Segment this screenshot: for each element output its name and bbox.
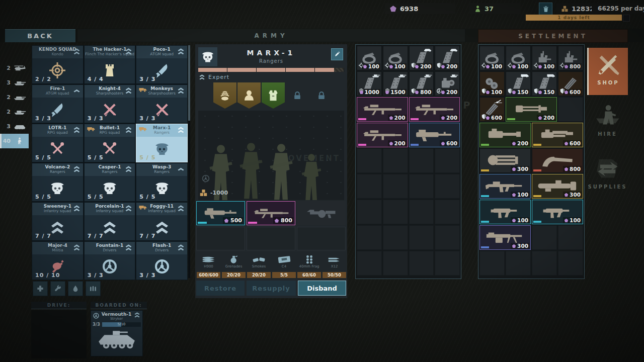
sidebar-filter-item[interactable]: 3 xyxy=(0,119,29,134)
squad-card[interactable]: Poco-1 ATGM squad 3 / 3 xyxy=(136,45,188,84)
supplies-button[interactable]: SUPPLIES xyxy=(587,155,628,190)
storage-item[interactable]: 200 xyxy=(409,97,460,122)
storage-empty-slot[interactable] xyxy=(532,251,557,276)
storage-empty-slot[interactable] xyxy=(506,251,531,276)
sidebar-filter-item[interactable]: 40 xyxy=(0,134,29,148)
storage-item[interactable]: 100 xyxy=(357,46,382,70)
ammo-slot[interactable]: X12 50/50 xyxy=(322,252,347,279)
sidebar-filter-item[interactable]: 2 xyxy=(0,61,29,75)
storage-empty-slot[interactable] xyxy=(409,148,434,173)
storage-item[interactable]: 800 xyxy=(409,71,434,96)
squad-card[interactable]: Wasp-3 Rangers 5 / 5 xyxy=(136,163,188,202)
storage-empty-slot[interactable] xyxy=(532,225,557,250)
squad-card[interactable]: Monkeys Sharpshooters 3 / 3 xyxy=(136,84,188,123)
squad-card[interactable]: LOTR-1 RPG squad 5 / 5 xyxy=(32,124,84,162)
storage-empty-slot[interactable] xyxy=(435,174,460,199)
storage-item[interactable]: 100 xyxy=(532,200,583,224)
perk-locked-slot[interactable] xyxy=(286,82,309,109)
squad-card[interactable]: Porcelain-1 Infantry squad 7 / 7 xyxy=(84,202,136,241)
storage-empty-slot[interactable] xyxy=(409,200,434,224)
storage-empty-slot[interactable] xyxy=(409,251,434,276)
storage-item[interactable]: 800 xyxy=(532,148,583,173)
squad-tool-button[interactable] xyxy=(68,281,83,296)
storage-empty-slot[interactable] xyxy=(479,251,505,276)
drive-slot[interactable] xyxy=(31,310,87,358)
sidebar-filter-item[interactable]: 2 xyxy=(0,105,29,119)
storage-item[interactable]: 200 xyxy=(506,97,557,122)
squad-card[interactable]: Volcano-2 Rangers 5 / 5 xyxy=(32,163,84,202)
storage-item[interactable]: 200 xyxy=(409,46,434,70)
storage-item[interactable]: 150 xyxy=(532,71,557,96)
perk-badge[interactable] xyxy=(237,82,261,109)
disband-button[interactable]: Disband xyxy=(298,281,346,296)
squad-card[interactable]: Fire-1 ATGM squad 3 / 3 xyxy=(32,84,84,123)
weapon-slot[interactable] xyxy=(297,201,346,225)
storage-item[interactable]: 100 xyxy=(506,46,531,70)
squad-scrollbar[interactable] xyxy=(188,45,190,278)
shop-button[interactable]: SHOP xyxy=(587,48,628,95)
storage-empty-slot[interactable] xyxy=(357,200,382,224)
storage-item[interactable]: 600 xyxy=(532,123,583,147)
squad-card[interactable]: Sweeney-1 Infantry squad 7 / 7 xyxy=(32,202,84,241)
storage-item[interactable]: 300 xyxy=(532,174,583,199)
squad-card[interactable]: Marx-1 Rangers 5 / 5 xyxy=(136,124,188,162)
resupply-button[interactable]: Resupply xyxy=(247,281,296,296)
squad-card[interactable]: Knight-4 Sharpshooters 3 / 3 xyxy=(84,84,136,123)
storage-item[interactable]: 100 xyxy=(532,46,557,70)
storage-item[interactable]: 100 xyxy=(383,46,408,70)
storage-empty-slot[interactable] xyxy=(383,251,408,276)
weapon-slot[interactable]: 800 xyxy=(247,201,295,225)
sidebar-filter-item[interactable]: 3 xyxy=(0,75,29,90)
sidebar-filter-item[interactable]: 2 xyxy=(0,90,29,105)
storage-item[interactable]: 200 xyxy=(435,71,460,96)
hire-button[interactable]: HIRE xyxy=(587,102,628,137)
storage-item[interactable]: 200 xyxy=(435,46,460,70)
storage-empty-slot[interactable] xyxy=(558,97,583,122)
storage-item[interactable]: 300 xyxy=(479,225,531,250)
storage-item[interactable]: 100 xyxy=(479,200,531,224)
storage-empty-slot[interactable] xyxy=(357,251,382,276)
perk-locked-slot[interactable] xyxy=(310,82,333,109)
squad-card[interactable]: Bullet-1 RPG squad 5 / 5 xyxy=(84,124,136,162)
boarded-vehicle-card[interactable]: Vermouth-1 Stryker 3/3 5/10 xyxy=(91,310,143,356)
perk-badge[interactable] xyxy=(262,82,285,109)
storage-item[interactable]: 600 xyxy=(479,97,505,122)
storage-item[interactable]: 150 xyxy=(506,71,531,96)
storage-item[interactable]: 1000 xyxy=(357,71,382,96)
squad-card[interactable]: Foggy-11 Infantry squad 7 / 7 xyxy=(136,202,188,241)
storage-item[interactable]: 200 xyxy=(357,97,408,122)
rename-button[interactable] xyxy=(331,48,343,60)
storage-item[interactable]: 200 xyxy=(479,123,531,147)
equipment-empty-slot[interactable] xyxy=(196,227,245,250)
storage-empty-slot[interactable] xyxy=(435,148,460,173)
ammo-slot[interactable]: Grenades 20/20 xyxy=(221,252,246,279)
restore-button[interactable]: Restore xyxy=(196,281,245,296)
equipment-empty-slot[interactable] xyxy=(247,227,295,250)
trash-button[interactable] xyxy=(539,3,552,16)
ammo-slot[interactable]: H900 600/600 xyxy=(196,252,221,279)
weapon-slot[interactable]: 500 xyxy=(196,201,245,225)
storage-item[interactable]: 100 xyxy=(479,71,505,96)
storage-item[interactable]: 600 xyxy=(558,71,583,96)
perk-badge[interactable] xyxy=(213,82,236,109)
storage-empty-slot[interactable] xyxy=(558,251,583,276)
squad-tool-button[interactable] xyxy=(33,281,48,296)
equipment-empty-slot[interactable] xyxy=(297,227,346,250)
storage-empty-slot[interactable] xyxy=(383,200,408,224)
squad-tool-button[interactable] xyxy=(50,281,65,296)
squad-tool-button[interactable] xyxy=(86,281,101,296)
squad-card[interactable]: Casper-1 Rangers 5 / 5 xyxy=(84,163,136,202)
storage-empty-slot[interactable] xyxy=(435,251,460,276)
storage-item[interactable]: 800 xyxy=(558,46,583,70)
settlement-tab[interactable]: SETTLEMENT xyxy=(478,29,628,43)
scrollbar-thumb[interactable] xyxy=(188,45,190,121)
ammo-slot[interactable]: C4 5/5 xyxy=(272,252,296,279)
storage-item[interactable]: 100 xyxy=(479,174,531,199)
squad-card[interactable]: Flash-1 Drivers 3 / 3 xyxy=(136,241,188,280)
storage-empty-slot[interactable] xyxy=(409,225,434,250)
storage-item[interactable]: 100 xyxy=(479,46,505,70)
storage-empty-slot[interactable] xyxy=(383,174,408,199)
squad-card[interactable]: Major-4 Militia 10 / 10 xyxy=(32,241,84,280)
storage-empty-slot[interactable] xyxy=(357,174,382,199)
storage-empty-slot[interactable] xyxy=(357,225,382,250)
